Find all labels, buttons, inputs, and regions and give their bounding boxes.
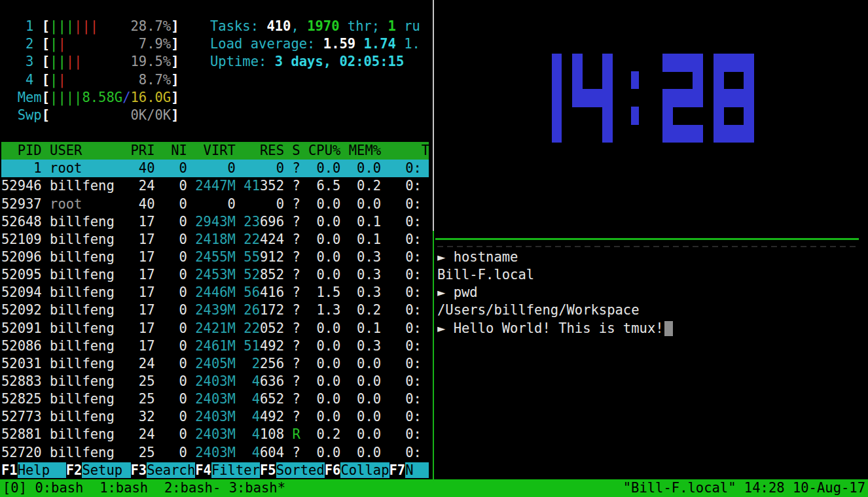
cell-cpu: 0.2 xyxy=(300,426,341,442)
cell-cpu: 0.0 xyxy=(300,196,341,212)
text-segment xyxy=(82,54,130,69)
fkey-sorted-key[interactable]: F5 xyxy=(260,462,276,478)
meter-label: 4 xyxy=(18,72,34,88)
process-row[interactable]: 52937 root 40 0 0 0 ? 0.0 0.0 0: xyxy=(1,196,429,213)
cell-res: 56 xyxy=(244,284,260,300)
fkey-filter-key[interactable]: F4 xyxy=(195,462,211,478)
process-row[interactable]: 52946 billfeng 24 0 2447M 41352 ? 6.5 0.… xyxy=(1,177,429,195)
pane-border-vertical-active[interactable] xyxy=(433,231,434,479)
cell-state: ? xyxy=(292,231,300,247)
fkey-search-key[interactable]: F3 xyxy=(131,462,147,478)
fkey-setup-button[interactable]: Setup xyxy=(82,462,130,478)
cell-mem: 0.3 xyxy=(340,284,381,300)
cell-state: ? xyxy=(292,267,300,283)
meter-label: 1 xyxy=(18,18,34,34)
fkey-search-button[interactable]: Search xyxy=(147,462,195,478)
prompt-arrow-icon: ► xyxy=(437,284,454,300)
process-row[interactable]: 52720 billfeng 25 0 2403M 4604 ? 0.0 0.0… xyxy=(1,444,429,462)
process-row[interactable]: 52883 billfeng 25 0 2403M 4636 ? 0.0 0.0… xyxy=(1,373,429,390)
cell-state: ? xyxy=(292,391,300,407)
cell-user: billfeng xyxy=(50,178,122,194)
text-segment xyxy=(236,249,244,265)
process-row[interactable]: 52648 billfeng 17 0 2943M 23696 ? 0.0 0.… xyxy=(1,213,429,231)
text-segment xyxy=(284,356,292,371)
fkey-collap-button[interactable]: Collap xyxy=(340,462,389,478)
pane-border-horizontal-active[interactable] xyxy=(435,238,859,240)
text-segment xyxy=(42,426,50,442)
window-tab-2[interactable]: 2:bash- xyxy=(164,480,229,496)
cell-res: 4 xyxy=(252,373,260,389)
fkey-setup-key[interactable]: F2 xyxy=(66,462,82,478)
window-tab-3[interactable]: 3:bash* xyxy=(229,480,285,496)
cell-mem: 0.1 xyxy=(340,320,381,336)
cell-user: root xyxy=(50,196,122,212)
text-segment xyxy=(1,107,18,123)
process-row[interactable]: 52096 billfeng 17 0 2455M 55912 ? 0.0 0.… xyxy=(1,248,429,266)
text-segment xyxy=(284,214,292,230)
meter-bars: | xyxy=(58,72,65,88)
summary-uptime-segment: Uptime: xyxy=(210,54,275,69)
cell-time: 0: xyxy=(381,231,422,247)
process-row[interactable]: 52825 billfeng 25 0 2403M 4652 ? 0.0 0.0… xyxy=(1,390,429,408)
text-segment xyxy=(284,338,292,354)
cell-ni: 0 xyxy=(155,320,187,336)
text-segment xyxy=(1,90,18,105)
cell-user: billfeng xyxy=(50,373,122,389)
process-row[interactable]: 1 root 40 0 0 0 ? 0.0 0.0 0: xyxy=(1,160,429,177)
fkey-n-button[interactable]: N xyxy=(405,462,429,478)
fkey-help-button[interactable]: Help xyxy=(18,462,66,478)
meter-value: 19.5% xyxy=(131,54,172,69)
cell-pid: 1 xyxy=(1,160,42,176)
process-row[interactable]: 52109 billfeng 17 0 2418M 22424 ? 0.0 0.… xyxy=(1,231,429,248)
cell-virt: 2453M xyxy=(195,267,236,283)
process-row[interactable]: 52091 billfeng 17 0 2421M 22052 ? 0.0 0.… xyxy=(1,320,429,337)
text-segment xyxy=(42,409,50,424)
text-segment xyxy=(236,231,244,247)
meter-label: Mem xyxy=(18,90,42,105)
process-row[interactable]: 52094 billfeng 17 0 2446M 56416 ? 1.5 0.… xyxy=(1,284,429,301)
process-row[interactable]: 52773 billfeng 32 0 2403M 4492 ? 0.0 0.0… xyxy=(1,408,429,426)
cell-cpu: 0.0 xyxy=(300,356,341,371)
cell-time: 0: xyxy=(381,160,422,176)
process-row[interactable]: 52031 billfeng 24 0 2405M 2256 ? 0.0 0.0… xyxy=(1,355,429,373)
process-row[interactable]: 52881 billfeng 24 0 2403M 4108 R 0.2 0.0… xyxy=(1,426,429,443)
shell-pane[interactable]: ► hostnameBill-F.local► pwd/Users/billfe… xyxy=(437,248,863,337)
process-row[interactable]: 52092 billfeng 17 0 2439M 26172 ? 1.3 0.… xyxy=(1,301,429,319)
cell-pid: 52881 xyxy=(1,426,42,442)
process-row[interactable]: 52095 billfeng 17 0 2453M 52852 ? 0.0 0.… xyxy=(1,266,429,284)
cell-time: 0: xyxy=(381,409,422,424)
fkey-sorted-button[interactable]: Sorted xyxy=(276,462,325,478)
fkey-help-key[interactable]: F1 xyxy=(1,462,18,478)
cell-user: billfeng xyxy=(50,302,122,318)
pane-border-vertical-inactive[interactable] xyxy=(433,0,434,231)
fkey-n-key[interactable]: F7 xyxy=(389,462,406,478)
process-row[interactable]: 52086 billfeng 17 0 2461M 51492 ? 0.0 0.… xyxy=(1,337,429,355)
text-segment xyxy=(187,214,195,230)
cell-state: ? xyxy=(292,284,300,300)
cell-user: billfeng xyxy=(50,445,122,460)
clock-display[interactable] xyxy=(552,54,765,143)
cell-virt: 2418M xyxy=(195,231,236,247)
clock-digit xyxy=(552,54,562,143)
cell-time: 0: xyxy=(381,302,422,318)
meter-bars: ||| xyxy=(74,18,98,34)
text-segment xyxy=(236,284,244,300)
text-segment xyxy=(42,445,50,460)
process-table-header[interactable]: PID USER PRI NI VIRT RES S CPU% MEM% TIM… xyxy=(1,142,429,160)
cell-mem: 0.0 xyxy=(340,445,381,460)
summary-tasks: Tasks: 410, 1970 thr; 1 ru xyxy=(210,18,420,35)
text-segment xyxy=(187,231,195,247)
fkey-collap-key[interactable]: F6 xyxy=(325,462,341,478)
cell-pri: 17 xyxy=(122,338,154,354)
meter-value: 0K/0K xyxy=(130,107,171,123)
htop-pane[interactable]: 1 [|||||| 28.7%] 2 [|| 7.9%] 3 [|||| 19.… xyxy=(0,0,429,480)
cell-state: ? xyxy=(292,214,300,230)
text-segment xyxy=(187,249,195,265)
window-tab-0[interactable]: 0:bash xyxy=(35,480,99,496)
shell-prompt-line[interactable]: ► Hello World! This is tmux! xyxy=(437,320,863,337)
text-segment xyxy=(187,391,195,407)
fkey-filter-button[interactable]: Filter xyxy=(211,462,260,478)
blank-line xyxy=(1,124,429,142)
cell-virt: 2421M xyxy=(195,320,236,336)
window-tab-1[interactable]: 1:bash xyxy=(99,480,164,496)
